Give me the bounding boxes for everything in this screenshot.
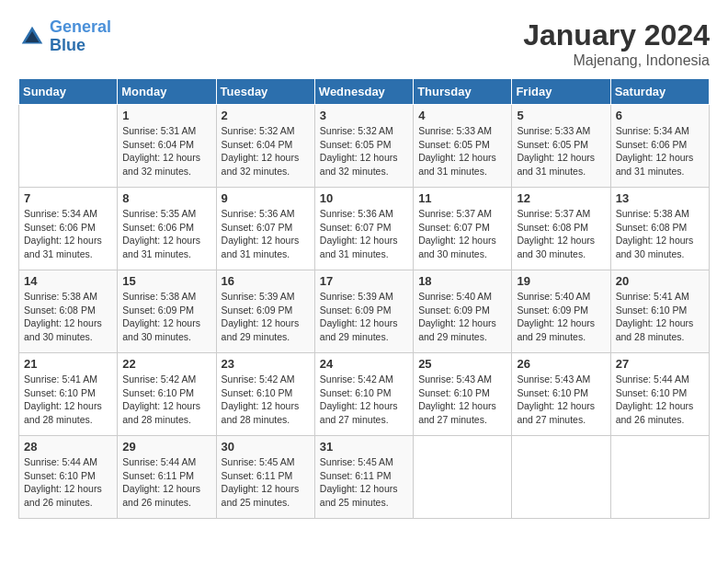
calendar-cell: 26Sunrise: 5:43 AM Sunset: 6:10 PM Dayli… [512, 353, 610, 436]
calendar-cell: 8Sunrise: 5:35 AM Sunset: 6:06 PM Daylig… [118, 188, 216, 270]
day-number: 2 [222, 109, 310, 122]
logo-text: General Blue [50, 18, 111, 55]
day-info: Sunrise: 5:36 AM Sunset: 6:07 PM Dayligh… [222, 207, 310, 261]
calendar-cell: 6Sunrise: 5:34 AM Sunset: 6:06 PM Daylig… [610, 105, 709, 188]
day-number: 11 [418, 191, 506, 205]
week-row-5: 28Sunrise: 5:44 AM Sunset: 6:10 PM Dayli… [19, 436, 710, 519]
day-number: 28 [24, 440, 112, 454]
day-info: Sunrise: 5:41 AM Sunset: 6:10 PM Dayligh… [616, 290, 704, 344]
calendar-cell: 28Sunrise: 5:44 AM Sunset: 6:10 PM Dayli… [19, 436, 118, 519]
calendar-cell: 20Sunrise: 5:41 AM Sunset: 6:10 PM Dayli… [610, 270, 709, 353]
day-number: 16 [222, 274, 310, 288]
day-number: 1 [122, 109, 210, 122]
calendar-cell: 1Sunrise: 5:31 AM Sunset: 6:04 PM Daylig… [118, 105, 216, 188]
day-info: Sunrise: 5:40 AM Sunset: 6:09 PM Dayligh… [418, 290, 506, 344]
calendar-table: SundayMondayTuesdayWednesdayThursdayFrid… [18, 78, 710, 519]
day-info: Sunrise: 5:31 AM Sunset: 6:04 PM Dayligh… [122, 124, 210, 178]
day-number: 10 [320, 191, 408, 205]
header-row: SundayMondayTuesdayWednesdayThursdayFrid… [19, 79, 710, 105]
title-block: January 2024 Majenang, Indonesia [523, 18, 710, 69]
calendar-cell: 24Sunrise: 5:42 AM Sunset: 6:10 PM Dayli… [314, 353, 413, 436]
day-info: Sunrise: 5:42 AM Sunset: 6:10 PM Dayligh… [122, 373, 210, 427]
day-number: 4 [418, 109, 506, 122]
day-number: 6 [616, 109, 704, 122]
calendar-cell: 2Sunrise: 5:32 AM Sunset: 6:04 PM Daylig… [216, 105, 314, 188]
day-number: 21 [24, 357, 112, 371]
day-number: 23 [222, 357, 310, 371]
calendar-cell [610, 436, 709, 519]
column-header-tuesday: Tuesday [216, 79, 314, 105]
calendar-cell: 11Sunrise: 5:37 AM Sunset: 6:07 PM Dayli… [414, 188, 512, 270]
calendar-cell: 15Sunrise: 5:38 AM Sunset: 6:09 PM Dayli… [118, 270, 216, 353]
day-info: Sunrise: 5:32 AM Sunset: 6:05 PM Dayligh… [320, 124, 408, 178]
calendar-cell: 30Sunrise: 5:45 AM Sunset: 6:11 PM Dayli… [216, 436, 314, 519]
day-number: 17 [320, 274, 408, 288]
calendar-cell: 13Sunrise: 5:38 AM Sunset: 6:08 PM Dayli… [610, 188, 709, 270]
day-number: 26 [517, 357, 605, 371]
calendar-cell: 3Sunrise: 5:32 AM Sunset: 6:05 PM Daylig… [314, 105, 413, 188]
day-info: Sunrise: 5:37 AM Sunset: 6:07 PM Dayligh… [418, 207, 506, 261]
day-info: Sunrise: 5:42 AM Sunset: 6:10 PM Dayligh… [320, 373, 408, 427]
day-number: 19 [517, 274, 605, 288]
day-number: 27 [616, 357, 704, 371]
week-row-3: 14Sunrise: 5:38 AM Sunset: 6:08 PM Dayli… [19, 270, 710, 353]
logo-icon [18, 23, 46, 51]
day-number: 29 [122, 440, 210, 454]
day-info: Sunrise: 5:40 AM Sunset: 6:09 PM Dayligh… [517, 290, 605, 344]
day-info: Sunrise: 5:37 AM Sunset: 6:08 PM Dayligh… [517, 207, 605, 261]
day-number: 25 [418, 357, 506, 371]
calendar-cell: 17Sunrise: 5:39 AM Sunset: 6:09 PM Dayli… [314, 270, 413, 353]
page-header: General Blue January 2024 Majenang, Indo… [18, 18, 710, 69]
logo: General Blue [18, 18, 111, 55]
column-header-saturday: Saturday [610, 79, 709, 105]
day-info: Sunrise: 5:35 AM Sunset: 6:06 PM Dayligh… [122, 207, 210, 261]
day-number: 14 [24, 274, 112, 288]
calendar-cell: 29Sunrise: 5:44 AM Sunset: 6:11 PM Dayli… [118, 436, 216, 519]
week-row-2: 7Sunrise: 5:34 AM Sunset: 6:06 PM Daylig… [19, 188, 710, 270]
day-info: Sunrise: 5:32 AM Sunset: 6:04 PM Dayligh… [222, 124, 310, 178]
calendar-cell: 5Sunrise: 5:33 AM Sunset: 6:05 PM Daylig… [512, 105, 610, 188]
day-info: Sunrise: 5:45 AM Sunset: 6:11 PM Dayligh… [222, 455, 310, 510]
day-info: Sunrise: 5:38 AM Sunset: 6:08 PM Dayligh… [616, 207, 704, 261]
day-info: Sunrise: 5:33 AM Sunset: 6:05 PM Dayligh… [517, 124, 605, 178]
day-info: Sunrise: 5:38 AM Sunset: 6:08 PM Dayligh… [24, 290, 112, 344]
column-header-friday: Friday [512, 79, 610, 105]
day-info: Sunrise: 5:41 AM Sunset: 6:10 PM Dayligh… [24, 373, 112, 427]
calendar-cell: 31Sunrise: 5:45 AM Sunset: 6:11 PM Dayli… [314, 436, 413, 519]
day-number: 13 [616, 191, 704, 205]
calendar-cell: 9Sunrise: 5:36 AM Sunset: 6:07 PM Daylig… [216, 188, 314, 270]
calendar-cell: 7Sunrise: 5:34 AM Sunset: 6:06 PM Daylig… [19, 188, 118, 270]
day-info: Sunrise: 5:44 AM Sunset: 6:10 PM Dayligh… [24, 455, 112, 510]
calendar-cell [512, 436, 610, 519]
calendar-cell: 12Sunrise: 5:37 AM Sunset: 6:08 PM Dayli… [512, 188, 610, 270]
column-header-sunday: Sunday [19, 79, 118, 105]
day-info: Sunrise: 5:38 AM Sunset: 6:09 PM Dayligh… [122, 290, 210, 344]
day-number: 9 [222, 191, 310, 205]
calendar-cell: 27Sunrise: 5:44 AM Sunset: 6:10 PM Dayli… [610, 353, 709, 436]
week-row-1: 1Sunrise: 5:31 AM Sunset: 6:04 PM Daylig… [19, 105, 710, 188]
day-info: Sunrise: 5:44 AM Sunset: 6:11 PM Dayligh… [122, 455, 210, 510]
day-number: 18 [418, 274, 506, 288]
day-info: Sunrise: 5:45 AM Sunset: 6:11 PM Dayligh… [320, 455, 408, 510]
calendar-header: SundayMondayTuesdayWednesdayThursdayFrid… [19, 79, 710, 105]
main-title: January 2024 [523, 18, 710, 52]
day-number: 30 [222, 440, 310, 454]
calendar-body: 1Sunrise: 5:31 AM Sunset: 6:04 PM Daylig… [19, 105, 710, 519]
calendar-cell: 16Sunrise: 5:39 AM Sunset: 6:09 PM Dayli… [216, 270, 314, 353]
day-number: 24 [320, 357, 408, 371]
day-info: Sunrise: 5:39 AM Sunset: 6:09 PM Dayligh… [222, 290, 310, 344]
calendar-cell: 22Sunrise: 5:42 AM Sunset: 6:10 PM Dayli… [118, 353, 216, 436]
calendar-cell: 18Sunrise: 5:40 AM Sunset: 6:09 PM Dayli… [414, 270, 512, 353]
day-number: 20 [616, 274, 704, 288]
day-info: Sunrise: 5:34 AM Sunset: 6:06 PM Dayligh… [24, 207, 112, 261]
day-number: 31 [320, 440, 408, 454]
day-info: Sunrise: 5:42 AM Sunset: 6:10 PM Dayligh… [222, 373, 310, 427]
calendar-cell: 23Sunrise: 5:42 AM Sunset: 6:10 PM Dayli… [216, 353, 314, 436]
calendar-cell: 25Sunrise: 5:43 AM Sunset: 6:10 PM Dayli… [414, 353, 512, 436]
day-info: Sunrise: 5:43 AM Sunset: 6:10 PM Dayligh… [418, 373, 506, 427]
calendar-cell: 14Sunrise: 5:38 AM Sunset: 6:08 PM Dayli… [19, 270, 118, 353]
day-number: 12 [517, 191, 605, 205]
day-number: 5 [517, 109, 605, 122]
calendar-cell: 10Sunrise: 5:36 AM Sunset: 6:07 PM Dayli… [314, 188, 413, 270]
column-header-monday: Monday [118, 79, 216, 105]
